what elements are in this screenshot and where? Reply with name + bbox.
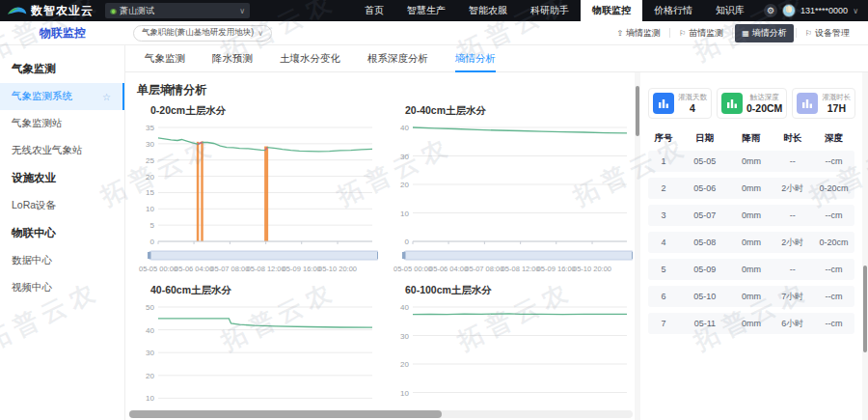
logo-icon	[6, 4, 27, 17]
table-row[interactable]: 505-090mm----cm	[648, 259, 854, 280]
sidebar-item-weather-monitor-system[interactable]: 气象监测系统 ☆	[0, 83, 124, 110]
app-window: 数智农业云 ◉ 萧山测试 ∨ 首页 智慧生产 智能农服 科研助手 物联监控 价格…	[0, 0, 868, 420]
svg-text:20: 20	[400, 181, 409, 189]
table-cell: --cm	[813, 156, 854, 166]
table-cell: 05-07	[679, 210, 731, 220]
sidebar-item-wireless-agri-weather-station[interactable]: 无线农业气象站	[0, 137, 124, 164]
action-buttons: ⇪ 墒情监测 ⚐ 苗情监测 ▦ 墒情分析 ⚐ 设备管理	[610, 24, 856, 42]
table-cell: 6小时	[772, 318, 813, 330]
tab-soil-moisture-analysis[interactable]: 墒情分析	[455, 45, 496, 71]
line-chart-20-40cm[interactable]: 01020304005-05 00:0005-06 04:0005-07 08:…	[388, 120, 633, 274]
table-cell: 7	[648, 319, 679, 328]
line-chart-0-20cm[interactable]: 0510152025303505-05 00:0005-06 04:0005-0…	[133, 120, 378, 274]
irrigation-summary-panel: 灌溉天数 4 触达深度 0-20CM	[640, 72, 862, 420]
seedling-monitor-button[interactable]: ⚐ 苗情监测	[672, 24, 730, 42]
nav-item-knowledge-base[interactable]: 知识库	[704, 0, 756, 21]
svg-text:05-05 00:00: 05-05 00:00	[139, 265, 177, 273]
panel-scrollbar[interactable]	[635, 72, 640, 420]
top-nav: 首页 智慧生产 智能农服 科研助手 物联监控 价格行情 知识库	[353, 0, 756, 21]
horizontal-scrollbar[interactable]	[129, 410, 633, 418]
avatar[interactable]	[782, 4, 796, 17]
irrigation-table: 序号日期降雨时长深度 105-050mm----cm205-060mm2小时0-…	[648, 128, 854, 340]
star-icon[interactable]: ☆	[102, 92, 111, 102]
stat-cards: 灌溉天数 4 触达深度 0-20CM	[648, 88, 854, 119]
table-cell: 0-20cm	[813, 238, 854, 247]
table-cell: 2	[648, 183, 679, 193]
table-cell: --cm	[813, 210, 854, 220]
table-row[interactable]: 105-050mm----cm	[648, 151, 854, 172]
irrigation-table-header: 序号日期降雨时长深度	[648, 128, 854, 151]
plot-select-dropdown[interactable]: 气象职能(萧山基地研发用地块) ∨	[133, 25, 272, 42]
table-row[interactable]: 305-070mm----cm	[648, 205, 854, 226]
table-cell: 2小时	[772, 237, 813, 249]
svg-text:05-08 12:00: 05-08 12:00	[502, 265, 540, 273]
sidebar-item-weather-station[interactable]: 气象监测站	[0, 110, 124, 137]
table-cell: 05-09	[679, 265, 731, 274]
location-value: 萧山测试	[120, 5, 154, 17]
svg-text:30: 30	[400, 153, 409, 161]
svg-text:10: 10	[400, 210, 409, 218]
soil-moisture-monitor-button[interactable]: ⇪ 墒情监测	[610, 24, 667, 42]
svg-text:50: 50	[146, 303, 154, 312]
location-select[interactable]: ◉ 萧山测试 ∨	[105, 3, 250, 18]
table-cell: 0mm	[731, 265, 773, 274]
sidebar-section-weather: 气象监测	[0, 55, 124, 83]
chart-cell-40-60cm: 40-60cm土层水分 01020304050	[133, 280, 378, 411]
nav-item-home[interactable]: 首页	[353, 0, 395, 21]
settings-gear-icon[interactable]: ⚙	[764, 4, 777, 17]
sidebar-item-lora-device[interactable]: LoRa设备	[0, 192, 124, 219]
nav-item-research-assistant[interactable]: 科研助手	[519, 0, 581, 21]
upload-icon: ⇪	[616, 29, 623, 38]
table-row[interactable]: 605-100mm7小时--cm	[648, 286, 854, 307]
table-cell: 5	[648, 265, 679, 274]
page-scrollbar-thumb[interactable]	[863, 266, 867, 352]
brand: 数智农业云	[0, 3, 101, 19]
table-cell: --	[772, 210, 813, 220]
divider	[669, 28, 670, 38]
table-cell: --cm	[813, 265, 854, 274]
soil-moisture-analysis-button[interactable]: ▦ 墒情分析	[735, 24, 794, 42]
user-area: ⚙ 131****0000 ∨	[756, 4, 868, 17]
nav-item-smart-production[interactable]: 智慧生产	[395, 0, 457, 21]
stat-card-irrigation-days: 灌溉天数 4	[648, 88, 712, 119]
table-row[interactable]: 405-080mm2小时0-20cm	[648, 232, 854, 253]
username[interactable]: 131****0000	[800, 6, 848, 15]
sidebar-section-iot-center: 物联中心	[0, 219, 124, 247]
device-management-button[interactable]: ⚐ 设备管理	[799, 24, 856, 42]
app-title: 数智农业云	[31, 3, 94, 19]
tab-precipitation-forecast[interactable]: 降水预测	[212, 45, 253, 71]
page-scrollbar[interactable]	[862, 72, 868, 420]
line-chart-40-60cm[interactable]: 01020304050	[133, 299, 378, 411]
flag-icon: ⚐	[679, 29, 686, 38]
svg-text:30: 30	[400, 332, 409, 341]
table-cell: --	[772, 156, 813, 166]
tab-bar: 气象监测 降水预测 土壤水分变化 根系深度分析 墒情分析	[125, 45, 868, 72]
horizontal-scrollbar-thumb[interactable]	[129, 410, 442, 418]
nav-item-price-quotes[interactable]: 价格行情	[642, 0, 704, 21]
line-chart-60-100cm[interactable]: 010203040	[388, 299, 633, 411]
svg-text:25: 25	[146, 156, 154, 165]
nav-item-iot-monitoring[interactable]: 物联监控	[581, 0, 642, 21]
table-cell: 05-06	[679, 183, 731, 193]
svg-text:30: 30	[146, 140, 154, 149]
tab-weather-monitor[interactable]: 气象监测	[145, 45, 185, 71]
device-icon: ⚐	[805, 29, 812, 38]
table-cell: 3	[648, 210, 679, 220]
section-title: 单层墒情分析	[133, 78, 633, 100]
sidebar-section-facility-agriculture: 设施农业	[0, 164, 124, 192]
table-row[interactable]: 205-060mm2小时0-20cm	[648, 178, 854, 199]
panel-scrollbar-thumb[interactable]	[636, 86, 639, 136]
nav-item-smart-agriservice[interactable]: 智能农服	[457, 0, 519, 21]
sidebar-item-data-center[interactable]: 数据中心	[0, 247, 124, 274]
stat-card-reach-depth: 触达深度 0-20CM	[717, 88, 787, 119]
chart-cell-0-20cm: 0-20cm土层水分 0510152025303505-05 00:0005-0…	[133, 100, 378, 274]
svg-text:05-09 16:00: 05-09 16:00	[283, 265, 321, 273]
sidebar-item-video-center[interactable]: 视频中心	[0, 274, 124, 301]
sub-header: 物联监控 气象职能(萧山基地研发用地块) ∨ ⇪ 墒情监测 ⚐ 苗情监测 ▦ 墒…	[0, 21, 868, 45]
tab-root-depth-analysis[interactable]: 根系深度分析	[367, 45, 428, 71]
tab-soil-water-change[interactable]: 土壤水分变化	[280, 45, 340, 71]
chevron-down-icon: ∨	[239, 7, 245, 15]
stat-card-irrigation-duration: 灌溉时长 17H	[792, 88, 855, 119]
table-row[interactable]: 705-110mm6小时--cm	[648, 313, 854, 334]
table-cell: 7小时	[772, 291, 813, 303]
